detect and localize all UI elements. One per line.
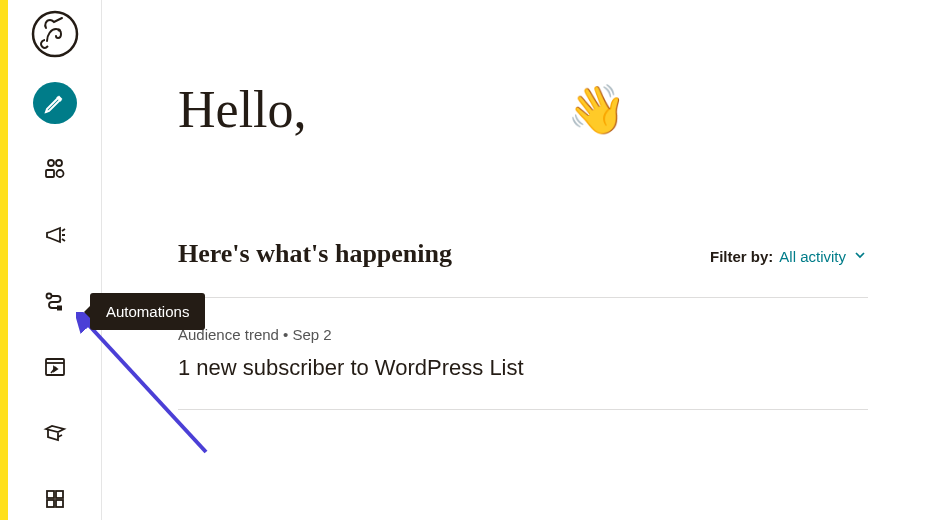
svg-point-3 — [56, 160, 62, 166]
activity-item[interactable]: Audience trend • Sep 2 1 new subscriber … — [178, 298, 868, 410]
wave-emoji: 👋 — [567, 81, 627, 138]
nav-audience[interactable] — [33, 148, 77, 190]
mailchimp-logo-icon — [31, 10, 79, 58]
svg-point-1 — [57, 29, 60, 32]
nav-create[interactable] — [33, 82, 77, 124]
website-icon — [43, 355, 67, 379]
nav-integrations[interactable] — [33, 478, 77, 520]
tooltip-automations: Automations — [90, 293, 205, 330]
svg-point-6 — [46, 294, 51, 299]
app-logo[interactable] — [31, 10, 79, 58]
megaphone-icon — [43, 223, 67, 247]
svg-point-0 — [33, 12, 77, 56]
greeting-text: Hello, — [178, 80, 307, 139]
svg-rect-11 — [47, 500, 54, 507]
accent-bar — [0, 0, 8, 520]
nav-automations[interactable] — [33, 280, 77, 322]
audience-icon — [43, 157, 67, 181]
section-header: Here's what's happening Filter by: All a… — [178, 239, 868, 298]
automations-icon — [43, 289, 67, 313]
nav-campaigns[interactable] — [33, 214, 77, 256]
activity-sep: • — [279, 326, 293, 343]
activity-title: 1 new subscriber to WordPress List — [178, 355, 868, 381]
svg-point-2 — [48, 160, 54, 166]
svg-rect-12 — [56, 500, 63, 507]
main-content: Hello, 👋 Here's what's happening Filter … — [102, 0, 928, 520]
svg-point-5 — [56, 170, 63, 177]
greeting-row: Hello, 👋 — [178, 80, 868, 139]
content-icon — [43, 421, 67, 445]
pencil-icon — [43, 91, 67, 115]
chevron-down-icon[interactable] — [852, 247, 868, 266]
integrations-icon — [43, 487, 67, 511]
svg-rect-4 — [46, 170, 54, 177]
svg-rect-10 — [56, 491, 63, 498]
filter-value[interactable]: All activity — [779, 248, 846, 265]
filter-label: Filter by: — [710, 248, 773, 265]
svg-rect-9 — [47, 491, 54, 498]
filter-control: Filter by: All activity — [710, 247, 868, 266]
nav-content[interactable] — [33, 412, 77, 454]
section-title: Here's what's happening — [178, 239, 452, 269]
activity-date: Sep 2 — [293, 326, 332, 343]
svg-rect-7 — [57, 306, 62, 311]
nav-website[interactable] — [33, 346, 77, 388]
tooltip-label: Automations — [106, 303, 189, 320]
activity-meta: Audience trend • Sep 2 — [178, 326, 868, 343]
sidebar — [8, 0, 102, 520]
